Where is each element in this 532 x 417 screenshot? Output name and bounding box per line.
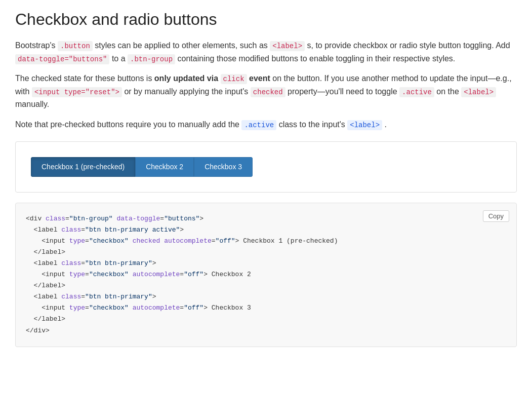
page-title: Checkbox and radio buttons [15,10,517,29]
p2-event: event [249,74,270,83]
code-active-2: .active [241,120,276,130]
p2-on-the: on the [436,87,459,96]
p2-last: manually. [15,100,49,108]
p2-before: The checked state for these buttons is [15,74,152,83]
demo-box: Checkbox 1 (pre-checked) Checkbox 2 Chec… [15,141,517,193]
checkbox-btn-1[interactable]: Checkbox 1 (pre-checked) [31,157,135,177]
paragraph-3: Note that pre-checked buttons require yo… [15,118,517,131]
code-line-5: <label class="btn btn-primary"> [26,258,506,269]
p2-middle: or by manually applying the input's [124,87,248,96]
code-data-toggle: data-toggle="buttons" [15,54,109,64]
code-click: click [221,74,247,84]
p1-after: s, to provide checkbox or radio style bu… [307,41,510,50]
code-line-1: <div class="btn-group" data-toggle="butt… [26,213,506,224]
p1-end: containing those modified buttons to ena… [178,54,456,63]
copy-button[interactable]: Copy [483,210,509,222]
checkbox-btn-2[interactable]: Checkbox 2 [135,157,194,177]
code-line-8: <label class="btn btn-primary"> [26,291,506,302]
code-line-10: </label> [26,314,506,325]
p1-before: Bootstrap's [15,41,56,50]
code-line-9: <input type="checkbox" autocomplete="off… [26,302,506,314]
code-line-2: <label class="btn btn-primary active"> [26,224,506,236]
code-label-3: <label> [347,120,382,130]
p2-end: property—you'll need to toggle [288,87,397,96]
code-checked: checked [251,87,285,97]
checkbox-btn-group: Checkbox 1 (pre-checked) Checkbox 2 Chec… [31,157,253,177]
p3-before: Note that pre-checked buttons require yo… [15,120,239,129]
paragraph-2: The checked state for these buttons is o… [15,72,517,111]
code-line-6: <input type="checkbox" autocomplete="off… [26,269,506,280]
code-line-3: <input type="checkbox" checked autocompl… [26,236,506,247]
code-block: Copy <div class="btn-group" data-toggle=… [15,203,517,347]
p3-middle: class to the input's [279,120,345,129]
code-line-7: </label> [26,280,506,291]
code-button: .button [58,41,93,51]
p2-strong: only updated via [154,74,218,83]
code-line-4: </label> [26,247,506,258]
code-input-reset: <input type="reset"> [32,87,122,97]
code-btn-group: .btn-group [128,54,175,64]
checkbox-btn-3[interactable]: Checkbox 3 [194,157,253,177]
code-active-1: .active [399,87,434,97]
code-line-11: </div> [26,325,506,336]
p1-middle: styles can be applied to other elements,… [95,41,268,50]
code-label-2: <label> [461,87,496,97]
p1-to-a: to a [112,54,126,63]
code-label-1: <label> [270,41,305,51]
p3-end: . [385,120,387,129]
paragraph-1: Bootstrap's .button styles can be applie… [15,39,517,65]
